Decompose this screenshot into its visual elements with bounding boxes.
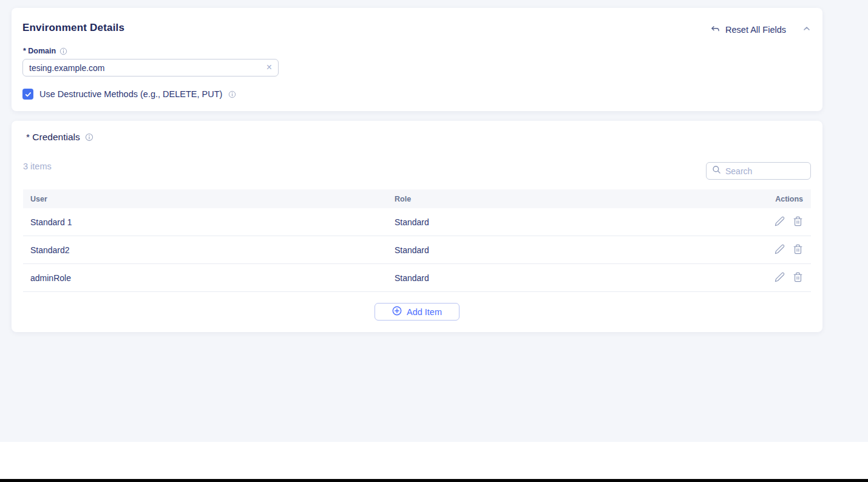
- credentials-title-row: * Credentials: [26, 132, 93, 143]
- plus-circle-icon: [392, 306, 402, 317]
- edit-button[interactable]: [775, 272, 785, 284]
- domain-field-label-row: * Domain: [23, 47, 67, 55]
- credentials-title: * Credentials: [26, 132, 80, 143]
- items-count: 3 items: [23, 161, 52, 171]
- add-item-button[interactable]: Add Item: [375, 303, 459, 321]
- collapse-section-button[interactable]: [801, 22, 813, 36]
- cell-actions: [753, 244, 811, 256]
- environment-card-actions: Reset All Fields: [710, 22, 813, 36]
- clear-input-icon[interactable]: ×: [266, 63, 272, 73]
- chevron-up-icon: [802, 24, 812, 35]
- pencil-icon: [775, 244, 785, 256]
- cell-role: Standard: [395, 245, 753, 255]
- domain-input[interactable]: [29, 63, 266, 73]
- destructive-methods-row: Use Destructive Methods (e.g., DELETE, P…: [22, 89, 236, 100]
- destructive-methods-checkbox[interactable]: [22, 89, 33, 100]
- table-row: Standard 1 Standard: [23, 208, 811, 236]
- search-box: [706, 162, 811, 180]
- reset-all-fields-label: Reset All Fields: [725, 25, 786, 35]
- info-icon[interactable]: [85, 133, 93, 141]
- cell-user: Standard2: [23, 245, 395, 255]
- column-header-actions: Actions: [753, 195, 811, 203]
- cell-role: Standard: [395, 217, 753, 227]
- credentials-table-header: User Role Actions: [23, 189, 811, 208]
- search-input[interactable]: [725, 166, 805, 176]
- column-header-role: Role: [395, 195, 753, 203]
- trash-icon: [793, 244, 803, 256]
- pencil-icon: [775, 272, 785, 284]
- delete-button[interactable]: [793, 216, 803, 228]
- add-item-label: Add Item: [407, 307, 442, 317]
- cell-actions: [753, 272, 811, 284]
- reset-icon: [710, 24, 721, 35]
- reset-all-fields-button[interactable]: Reset All Fields: [710, 24, 786, 35]
- credentials-table: User Role Actions Standard 1 Standard: [23, 189, 811, 292]
- table-row: adminRole Standard: [23, 264, 811, 292]
- info-icon[interactable]: [228, 90, 236, 98]
- bottom-edge-strip: [0, 479, 868, 482]
- edit-button[interactable]: [775, 216, 785, 228]
- domain-field-label: * Domain: [23, 47, 56, 55]
- destructive-methods-label: Use Destructive Methods (e.g., DELETE, P…: [39, 89, 222, 99]
- cell-actions: [753, 216, 811, 228]
- trash-icon: [793, 216, 803, 228]
- delete-button[interactable]: [793, 244, 803, 256]
- delete-button[interactable]: [793, 272, 803, 284]
- cell-user: adminRole: [23, 273, 395, 283]
- environment-details-title: Environment Details: [22, 22, 124, 34]
- column-header-user: User: [23, 195, 395, 203]
- table-row: Standard2 Standard: [23, 236, 811, 264]
- cell-user: Standard 1: [23, 217, 395, 227]
- edit-button[interactable]: [775, 244, 785, 256]
- domain-input-wrap: ×: [22, 59, 279, 76]
- screen: Environment Details Reset All Fields: [0, 0, 868, 482]
- pencil-icon: [775, 216, 785, 228]
- footer-action-bar: Discard Apply: [0, 442, 868, 479]
- environment-details-card: Environment Details Reset All Fields: [12, 8, 822, 111]
- credentials-card: * Credentials 3 items User: [12, 121, 822, 332]
- cell-role: Standard: [395, 273, 753, 283]
- info-icon[interactable]: [59, 47, 67, 55]
- search-icon: [712, 165, 721, 177]
- trash-icon: [793, 272, 803, 284]
